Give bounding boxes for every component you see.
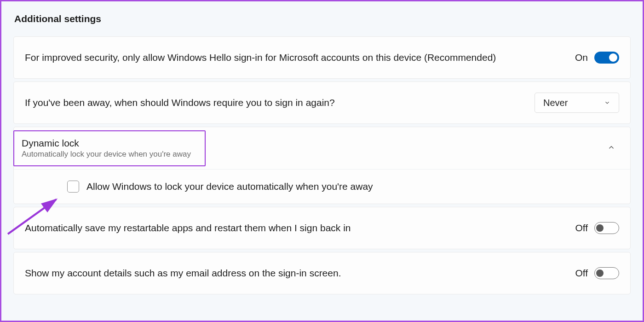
dropdown-signin-again[interactable]: Never xyxy=(535,93,619,113)
setting-row-signin-again[interactable]: If you've been away, when should Windows… xyxy=(13,82,631,124)
dynamic-lock-header[interactable]: Dynamic lock Automatically lock your dev… xyxy=(14,127,630,170)
section-header: Additional settings xyxy=(13,13,631,24)
setting-row-dynamic-lock: Dynamic lock Automatically lock your dev… xyxy=(13,127,631,204)
chevron-up-icon xyxy=(607,143,615,152)
right-controls: On xyxy=(575,52,619,64)
checkbox-dynamic-lock[interactable] xyxy=(67,181,79,193)
settings-viewport: Additional settings For improved securit… xyxy=(0,0,644,322)
toggle-state-text: Off xyxy=(575,268,588,279)
checkbox-label: Allow Windows to lock your device automa… xyxy=(86,181,373,192)
dropdown-value: Never xyxy=(543,98,568,108)
toggle-restartable-apps[interactable] xyxy=(594,222,619,234)
annotation-highlight: Dynamic lock Automatically lock your dev… xyxy=(13,130,206,166)
settings-content: Additional settings For improved securit… xyxy=(1,1,643,294)
setting-row-account-details[interactable]: Show my account details such as my email… xyxy=(13,252,631,294)
setting-row-restartable-apps[interactable]: Automatically save my restartable apps a… xyxy=(13,207,631,249)
setting-label: Show my account details such as my email… xyxy=(25,268,341,279)
right-controls: Never xyxy=(535,93,619,113)
setting-label: Automatically save my restartable apps a… xyxy=(25,222,351,234)
toggle-knob xyxy=(596,269,604,277)
dynamic-lock-title: Dynamic lock xyxy=(22,138,191,149)
toggle-state-text: On xyxy=(575,52,588,63)
toggle-knob xyxy=(596,224,604,232)
right-controls: Off xyxy=(575,222,619,234)
dynamic-lock-subtitle: Automatically lock your device when you'… xyxy=(22,150,191,159)
toggle-state-text: Off xyxy=(575,222,588,234)
setting-label: If you've been away, when should Windows… xyxy=(25,97,335,108)
toggle-account-details[interactable] xyxy=(594,267,619,279)
dynamic-lock-body: Allow Windows to lock your device automa… xyxy=(14,170,630,204)
toggle-knob xyxy=(609,53,617,62)
right-controls: Off xyxy=(575,267,619,279)
chevron-down-icon xyxy=(604,100,610,106)
setting-row-windows-hello[interactable]: For improved security, only allow Window… xyxy=(13,36,631,79)
toggle-windows-hello[interactable] xyxy=(594,52,619,64)
setting-label: For improved security, only allow Window… xyxy=(25,52,496,63)
expand-collapse-button[interactable] xyxy=(607,143,619,153)
